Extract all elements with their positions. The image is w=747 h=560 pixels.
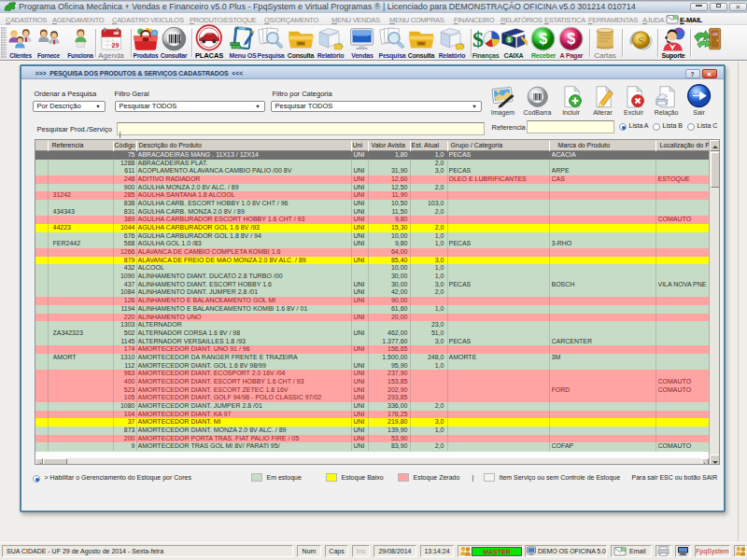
svg-text:@: @ [673, 15, 678, 20]
svg-text:@: @ [621, 547, 626, 552]
svg-text:$: $ [568, 31, 576, 47]
svg-text:S: S [638, 35, 644, 48]
svg-text:$: $ [472, 26, 484, 50]
svg-text:$: $ [507, 36, 511, 44]
svg-text:EXIT: EXIT [712, 32, 718, 35]
